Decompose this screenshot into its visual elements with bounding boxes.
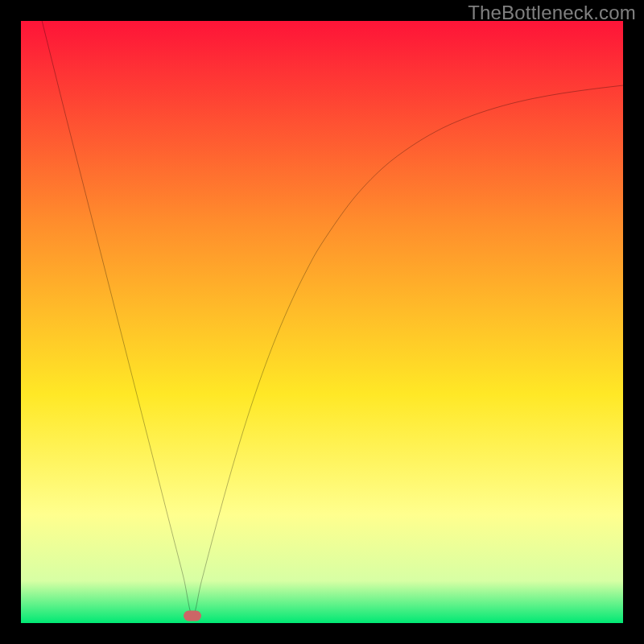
gradient-background (21, 21, 623, 623)
chart-container: TheBottleneck.com (0, 0, 644, 644)
plot-area (21, 21, 623, 623)
minimum-marker (184, 611, 201, 621)
watermark-text: TheBottleneck.com (468, 2, 636, 24)
